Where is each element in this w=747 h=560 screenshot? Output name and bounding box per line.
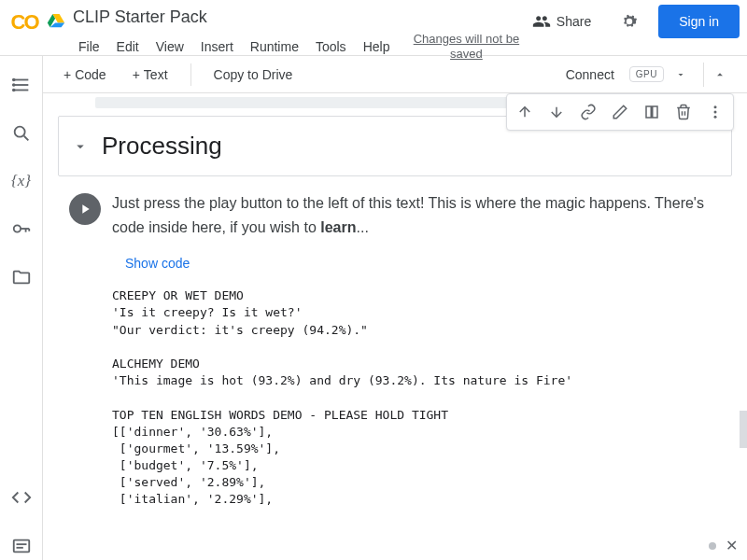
signin-button[interactable]: Sign in — [658, 5, 740, 38]
svg-point-5 — [12, 90, 14, 91]
code-cell: Just press the play button to the left o… — [50, 191, 740, 518]
footer-status: ✕ — [709, 537, 738, 554]
connect-button[interactable]: Connect — [557, 62, 624, 88]
arrow-down-icon — [548, 104, 565, 120]
plus-icon: + — [133, 67, 140, 82]
section-title: Processing — [102, 132, 222, 161]
variables-icon[interactable]: {x} — [7, 168, 35, 194]
show-code-button[interactable]: Show code — [125, 256, 190, 271]
arrow-up-icon — [516, 104, 533, 120]
run-cell-button[interactable] — [69, 193, 101, 225]
menu-help[interactable]: Help — [356, 35, 398, 58]
menu-edit[interactable]: Edit — [109, 35, 147, 58]
cell-toolbar — [506, 93, 734, 131]
svg-rect-18 — [653, 106, 657, 118]
svg-point-4 — [12, 84, 14, 86]
share-button[interactable]: Share — [523, 7, 600, 36]
code-snippets-icon[interactable] — [7, 483, 35, 511]
svg-point-6 — [14, 127, 24, 137]
people-icon — [532, 12, 551, 31]
divider — [190, 63, 191, 86]
add-code-button[interactable]: +Code — [54, 62, 116, 88]
svg-point-3 — [12, 79, 14, 81]
svg-point-8 — [13, 225, 20, 231]
more-vert-icon — [707, 104, 724, 120]
gpu-chip[interactable]: GPU — [629, 66, 664, 82]
colab-logo: CO — [9, 7, 39, 37]
document-title[interactable]: CLIP Starter Pack — [71, 7, 207, 27]
chevron-up-icon — [713, 68, 726, 81]
delete-cell-button[interactable] — [668, 96, 699, 128]
files-icon[interactable] — [7, 263, 35, 291]
drive-icon — [47, 11, 65, 30]
trash-icon — [675, 104, 692, 120]
link-icon — [580, 104, 597, 120]
connect-dropdown[interactable] — [669, 63, 692, 86]
svg-rect-17 — [646, 106, 651, 118]
mirror-cell-button[interactable] — [636, 96, 668, 128]
add-text-button[interactable]: +Text — [123, 62, 177, 88]
menu-file[interactable]: File — [71, 35, 107, 58]
svg-point-19 — [714, 105, 717, 108]
secrets-icon[interactable] — [7, 215, 35, 243]
plus-icon: + — [63, 67, 71, 82]
search-icon[interactable] — [7, 119, 35, 147]
collapse-toolbar-button[interactable] — [703, 63, 736, 87]
edit-cell-button[interactable] — [604, 96, 636, 128]
left-rail: {x} — [0, 56, 43, 560]
move-down-button[interactable] — [541, 96, 572, 128]
share-label: Share — [557, 14, 591, 29]
terminal-icon[interactable] — [7, 532, 35, 560]
cell-more-button[interactable] — [699, 96, 731, 128]
scrollbar-thumb[interactable] — [740, 411, 747, 448]
pencil-icon — [612, 104, 628, 120]
menu-tools[interactable]: Tools — [308, 35, 354, 58]
copy-to-drive-button[interactable]: Copy to Drive — [204, 62, 303, 88]
status-dot — [709, 542, 716, 550]
chevron-down-icon — [675, 69, 686, 80]
link-cell-button[interactable] — [572, 96, 604, 128]
toc-icon[interactable] — [7, 71, 35, 99]
close-button[interactable]: ✕ — [726, 537, 738, 554]
svg-line-7 — [23, 136, 28, 141]
notebook-content: Processing Just press the play button to… — [43, 93, 747, 560]
menu-insert[interactable]: Insert — [193, 35, 241, 58]
gear-icon — [619, 11, 640, 32]
cell-description: Just press the play button to the left o… — [112, 191, 732, 239]
menu-runtime[interactable]: Runtime — [243, 35, 306, 58]
cell-output: CREEPY OR WET DEMO 'Is it creepy? Is it … — [112, 287, 732, 508]
svg-rect-12 — [13, 540, 29, 553]
section-collapse-button[interactable] — [72, 138, 89, 155]
mirror-icon — [643, 104, 660, 120]
play-icon — [78, 202, 92, 217]
settings-button[interactable] — [612, 4, 647, 39]
menu-view[interactable]: View — [148, 35, 191, 58]
move-up-button[interactable] — [509, 96, 541, 128]
svg-point-21 — [714, 116, 717, 119]
notebook-toolbar: +Code +Text Copy to Drive Connect GPU — [43, 56, 747, 93]
chevron-down-icon — [72, 138, 89, 155]
svg-point-20 — [714, 111, 717, 114]
